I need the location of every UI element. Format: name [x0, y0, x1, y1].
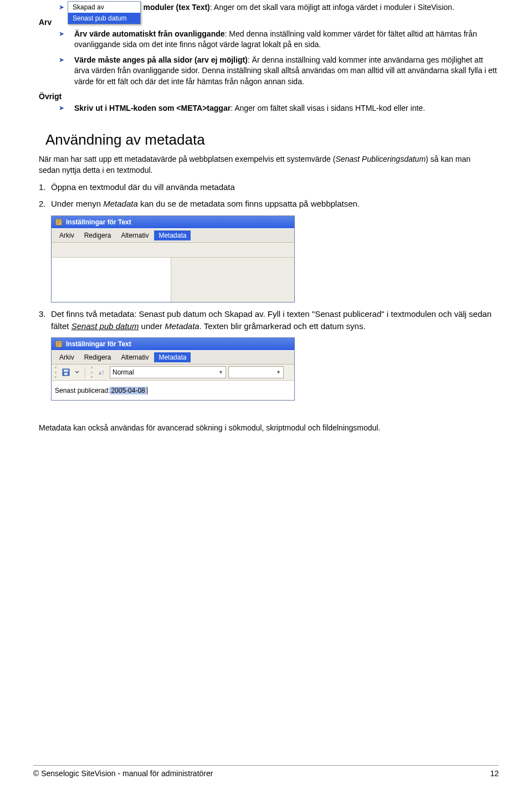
style-combo-value: Normal [112, 368, 134, 376]
menu-redigera[interactable]: Redigera [80, 352, 116, 362]
menubar: Arkiv Redigera Alternativ Metadata [52, 228, 294, 243]
toolbar: a! Normal ▼ ▼ [52, 365, 294, 381]
menu-alternativ[interactable]: Alternativ [116, 352, 153, 362]
bullet-item: Skriv ut i HTML-koden som <META>taggar: … [59, 103, 499, 114]
svg-text:!: ! [102, 369, 104, 376]
footer-left: © Senselogic SiteVision - manual för adm… [33, 769, 213, 778]
app-icon [55, 218, 63, 226]
bullet-lead: Värde måste anges på alla sidor (arv ej … [74, 55, 248, 64]
paragraph-icon[interactable]: a! [96, 367, 108, 378]
chevron-down-icon: ▼ [276, 370, 281, 375]
editor-pane[interactable] [52, 258, 171, 302]
side-pane [171, 258, 294, 302]
toolbar-blank [52, 243, 294, 258]
screenshot-text-settings-1: Inställningar för Text Arkiv Redigera Al… [51, 216, 295, 302]
dropdown-item-skapad-av[interactable]: Skapad av [68, 2, 140, 13]
menu-alternativ[interactable]: Alternativ [116, 230, 153, 240]
editor-text-selection: 2005-04-08 [110, 387, 146, 394]
window-titlebar: Inställningar för Text [52, 216, 294, 228]
bullet-item: Ärv värde automatiskt från ovanliggande:… [59, 29, 499, 50]
bullet-lead: Ärv värde automatiskt från ovanliggande [74, 29, 225, 38]
menu-metadata[interactable]: Metadata [154, 352, 191, 362]
dropdown-item-senast-pub-datum[interactable]: Senast pub datum [68, 13, 140, 24]
heading-usage: Användning av metadata [45, 131, 499, 148]
chevron-down-icon: ▼ [218, 370, 223, 375]
ordered-item-2: 2. Under menyn Metadata kan du se de met… [39, 198, 493, 210]
svg-rect-4 [64, 373, 68, 375]
closing-paragraph: Metadata kan också användas för avancera… [39, 423, 493, 434]
menu-arkiv[interactable]: Arkiv [55, 352, 79, 362]
toolbar-grip-icon [91, 367, 93, 378]
dropdown-arrow-icon[interactable] [74, 367, 80, 378]
menubar: Arkiv Redigera Alternativ Metadata [52, 350, 294, 365]
metadata-dropdown: Skapad av Senast pub datum [68, 1, 141, 24]
paragraph: När man har satt upp ett metadatavärde p… [39, 154, 493, 176]
text-caret [147, 387, 147, 394]
menu-metadata[interactable]: Metadata [154, 230, 191, 240]
bullet-rest: : Anger om fältet skall visas i sidans H… [231, 104, 425, 112]
font-combo[interactable]: ▼ [228, 366, 284, 378]
editor-text-prefix: Senast publicerad: [55, 387, 110, 394]
window-title: Inställningar för Text [66, 218, 131, 226]
bullet-lead: Skriv ut i HTML-koden som <META>taggar [74, 104, 231, 112]
app-icon [55, 340, 63, 348]
toolbar-grip-icon [55, 367, 57, 378]
bullet-rest: : Anger om det skall vara möjligt att in… [210, 3, 454, 12]
svg-rect-3 [64, 370, 68, 372]
save-icon[interactable] [60, 367, 71, 378]
window-titlebar: Inställningar för Text [52, 338, 294, 350]
editor-area[interactable]: Senast publicerad: 2005-04-08 [52, 381, 294, 400]
style-combo[interactable]: Normal ▼ [110, 366, 226, 378]
screenshot-text-settings-2: Inställningar för Text Arkiv Redigera Al… [51, 337, 295, 401]
section-label-ovrigt: Övrigt [39, 92, 499, 101]
bullet-item: Värde måste anges på alla sidor (arv ej … [59, 55, 499, 88]
footer-page-number: 12 [490, 769, 499, 778]
page-footer: © Senselogic SiteVision - manual för adm… [33, 765, 499, 778]
svg-text:a: a [99, 369, 101, 376]
menu-redigera[interactable]: Redigera [80, 230, 116, 240]
menu-arkiv[interactable]: Arkiv [55, 230, 79, 240]
ordered-item-3: 3. Det finns två metadata: Senast pub da… [39, 308, 493, 332]
ordered-item-1: 1. Öppna en textmodul där du vill använd… [39, 181, 493, 193]
window-title: Inställningar för Text [66, 340, 131, 348]
toolbar-separator [85, 367, 85, 378]
